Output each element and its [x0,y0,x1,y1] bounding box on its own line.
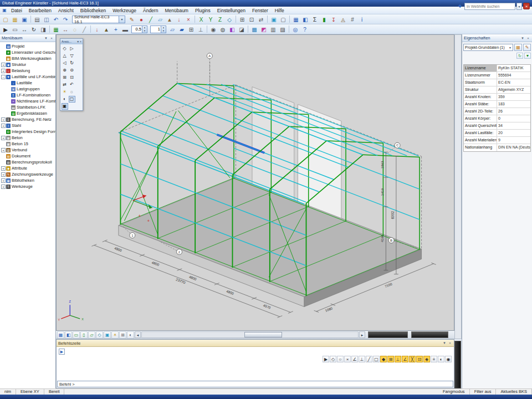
numbering-icon[interactable]: # [348,15,357,24]
snap-grid-icon[interactable]: ⊞ [387,356,394,362]
previous-view-icon[interactable]: ↶ [69,81,75,88]
new-member-icon[interactable]: ╱ [146,15,155,24]
select-window-icon[interactable]: ▭ [11,25,19,34]
tree-item-dokument[interactable]: ▤Dokument [0,153,55,159]
snap-object-icon[interactable]: ▢ [373,356,380,362]
view-in-x-icon[interactable]: ▷ [69,45,75,52]
chevron-down-icon[interactable]: ▼ [516,3,522,10]
delete-icon[interactable]: × [184,15,193,24]
menu-item-datei[interactable]: Datei [8,7,25,14]
spinner-down-icon[interactable]: ▼ [142,29,147,33]
menu-tree-header[interactable]: Menübaum ▼ × [0,34,55,42]
load-increment-input[interactable] [151,26,161,33]
edit-project-icon[interactable]: ✎ [127,15,136,24]
close-search-button[interactable]: × [523,3,530,9]
spinner-down-icon[interactable]: ▼ [161,29,166,33]
snap-angle-icon[interactable]: ∠ [351,356,358,362]
menu-item-ansicht[interactable]: Ansicht [55,7,77,14]
display-factor-input[interactable] [132,26,142,33]
results-icon[interactable]: ▮ [320,15,329,24]
lamp-icon[interactable]: ☀ [111,331,119,339]
refresh-icon[interactable]: ↻ [516,53,523,59]
property-value[interactable]: 359 [497,94,530,100]
command-input[interactable] [57,381,453,387]
tree-item-lf-kombinationen[interactable]: ΣLF-Kombinationen [0,92,55,98]
tree-item-werkzeuge[interactable]: +TWerkzeuge [0,183,55,190]
print-icon[interactable]: ▤ [33,15,42,24]
scroll-left-arrow[interactable]: ◂ [135,331,141,338]
snap-parallel-icon[interactable]: ╱ [366,356,372,362]
new-surface-icon[interactable]: ▱ [156,15,165,24]
view-in-z-icon[interactable]: ▽ [69,53,75,59]
title-bar[interactable]: Dlubal Engineer Künstler - [Schlund Hall… [0,0,532,7]
zoom-all-icon[interactable]: ⊡ [69,74,75,81]
chevron-down-icon[interactable]: ▼ [76,40,79,43]
expand-icon[interactable]: + [1,136,6,140]
solid-view-icon[interactable]: ▣ [62,103,68,110]
snap-guidelines-icon[interactable]: ╳ [409,356,416,362]
rotate-icon[interactable]: ↻ [29,25,38,34]
horizontal-scrollbar[interactable] [141,331,359,338]
tree-item-integriertes-design-forms[interactable]: DIntegriertes Design Forms [0,129,55,135]
comment-icon[interactable]: ◌ [70,25,79,34]
grid-snap-icon[interactable]: ⊞ [187,25,196,34]
work-plane-xz-icon[interactable]: ▰ [177,25,186,34]
line-grid-icon[interactable]: ▦ [52,25,60,34]
tree-item-ergebnisklassen[interactable]: ▥Ergebnisklassen [0,110,55,116]
display-factor-spinner[interactable]: ▲▼ [131,25,147,33]
tree-item-stahlbeton-lfk[interactable]: ▬Stahlbeton-LFK [0,104,55,110]
grid-icon[interactable]: ⊞ [119,331,126,339]
tree-item-belastung[interactable]: +↓Belastung [0,68,55,74]
pan-icon[interactable]: ⇄ [257,15,265,24]
shrink-members-icon[interactable]: ▬ [121,25,130,34]
display-factor-arrows[interactable]: ▲▼ [142,26,147,33]
snap-polar-icon[interactable]: ∠ [402,356,408,362]
view-z-icon[interactable]: Z [216,15,224,24]
light-on-icon[interactable]: ☀ [62,89,68,95]
load-increment-spinner[interactable]: ▲▼ [150,25,166,33]
tree-item-zeichnungswerkzeuge[interactable]: +✎Zeichnungswerkzeuge [0,171,55,177]
property-value[interactable]: RyKlin STATIK [497,65,530,71]
tree-item-stahl[interactable]: +IStahl [0,122,55,129]
tree-item-berechnungsprotokoll[interactable]: ▤Berechnungsprotokoll [0,159,55,165]
close-icon[interactable]: × [448,341,452,345]
tree-item-beton-15[interactable]: ▦Beton 15 [0,141,55,147]
edit-button[interactable]: ✎ [523,44,531,51]
tree-item-attribute[interactable]: +◆Attribute [0,165,55,171]
view-toolbar-header[interactable]: Ansic... ▼ × [60,39,83,44]
tree-item-verbund[interactable]: +▥Verbund [0,147,55,153]
snap-ortho-icon[interactable]: ⊥ [395,356,401,362]
menu-item-men-baum[interactable]: Menübaum [161,7,192,14]
menu-item-werkzeuge[interactable]: Werkzeuge [109,7,140,14]
snap-center-icon[interactable]: ○ [337,356,344,362]
pin-icon[interactable]: ▼ [442,341,447,345]
help-globe-icon[interactable]: ◆ [457,3,463,9]
help-icon[interactable]: ? [300,25,309,34]
expand-icon[interactable]: + [1,124,6,128]
visibility-icon[interactable]: ◉ [209,25,218,34]
view-isometric-icon[interactable]: ◇ [62,45,68,52]
show-axes-icon[interactable]: + [111,25,120,34]
show-supports-icon[interactable]: ▲ [102,25,111,34]
tree-item-lastgruppen[interactable]: ≡Lastgruppen [0,86,55,92]
tree-item-lastf-lle[interactable]: ↓Lastfälle [0,80,55,86]
menu-item-bearbeiten[interactable]: Bearbeiten [25,7,55,14]
vertical-scrollbar[interactable] [454,34,462,339]
menu-item-bibliotheken[interactable]: Bibliotheken [77,7,109,14]
new-support-icon[interactable]: ▲ [165,15,174,24]
tree-item-bim-werkzeugkasten[interactable]: ▦BIM-Werkzeugkasten [0,55,55,62]
shadow-icon[interactable]: ◐ [62,96,68,103]
chevron-down-icon[interactable]: ▼ [119,16,125,23]
property-value[interactable]: 555694 [497,72,530,79]
language-icon[interactable]: ◎ [291,25,300,34]
viewport[interactable]: 4800480048004800457023770108071004160141… [56,34,454,331]
margins-icon[interactable]: ▥ [269,25,278,34]
display-props-icon[interactable]: ▨ [278,25,287,34]
partial-view-icon[interactable]: ◍ [218,25,227,34]
copy-icon[interactable]: ◫ [42,15,51,24]
app-menu-icon[interactable]: ▣ [1,7,8,14]
expand-icon[interactable]: + [1,185,6,189]
scrollbar-thumb[interactable] [244,332,282,337]
expand-icon[interactable]: + [1,69,6,73]
tree-item-bibliotheken[interactable]: +▦Bibliotheken [0,177,55,183]
